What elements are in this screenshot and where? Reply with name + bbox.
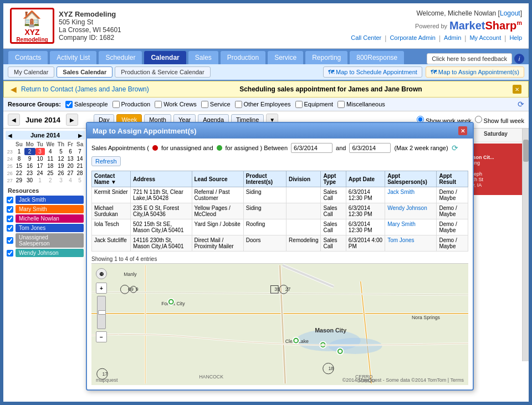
col-appt-date[interactable]: Appt Date [346,171,385,187]
scroll-thumb[interactable] [523,140,529,162]
col-salesperson[interactable]: Appt Salesperson(s) [385,171,437,187]
date-from-input[interactable] [291,143,332,153]
link-my-account[interactable]: My Account [469,34,501,42]
prev-month-button[interactable]: ◀ [8,114,20,126]
resource-production[interactable]: Production [112,101,151,108]
col-result[interactable]: Appt Result [437,171,468,187]
mini-cal-week-27: 27 29 30 1 2 3 4 5 [6,177,85,184]
resource-salespeople[interactable]: Salespeople [65,101,108,108]
today-day[interactable]: 3 [35,148,45,155]
refresh-icon[interactable]: ⟳ [518,100,524,109]
mini-cal-next[interactable]: ▶ [78,132,83,139]
info-icon[interactable]: i [514,54,524,64]
col-address[interactable]: Address [131,171,192,187]
refresh-button[interactable]: Refresh [91,156,121,166]
cell-result-0: Demo / Maybe [437,187,468,203]
cell-person-2: Mary Smith [385,219,437,235]
sub-tab-production-service[interactable]: Production & Service Calendar [115,66,210,78]
mini-cal-week-25: 25 15 16 17 18 19 20 21 [6,162,85,170]
cell-lead-0: Referral / Past Customer [192,187,243,203]
salesperson-link-1[interactable]: Wendy Johnson [387,205,427,211]
cell-result-1: Demo / Maybe [437,203,468,219]
sidebar: ◀ June 2014 ▶ Su Mo Tu We Th Fr [3,129,88,361]
resource-work-crews[interactable]: Work Crews [155,101,197,108]
legend-unassigned-icon [152,145,158,151]
resource-groups-label: Resource Groups: [8,101,61,107]
nav-reporting[interactable]: Reporting [305,50,348,64]
refresh-icon: ⟳ [452,143,458,152]
col-contact-name[interactable]: Contact Name ▼ [92,171,131,187]
table-row: Jack Sutcliffe 14116 230th St, Mason Cit… [92,235,468,252]
link-admin[interactable]: Admin [444,34,461,42]
date-to-input[interactable] [349,143,391,153]
banner-close-button[interactable]: ✕ [513,85,521,94]
resource-wendy-johnson: Wendy Johnson [6,248,85,258]
resource-name-michelle-nowlan: Michelle Nowlan [16,214,84,223]
resource-jack-smith: Jack Smith [6,195,85,204]
sub-tab-sales-calendar[interactable]: Sales Calendar [57,66,112,78]
svg-text:18: 18 [328,366,334,371]
salesperson-link-2[interactable]: Mary Smith [387,221,416,227]
selected-day[interactable]: 2 [24,148,35,155]
day-we: We [45,141,57,148]
show-full-week-label[interactable]: Show full week [475,116,524,124]
nav-production[interactable]: Production [220,50,266,64]
sub-tab-my-calendar[interactable]: My Calendar [8,66,54,78]
col-division[interactable]: Division [287,171,321,187]
link-call-center[interactable]: Call Center [351,34,381,42]
salesperson-link-3[interactable]: Tom Jones [387,237,414,243]
cell-type-0: Sales Call [321,187,346,203]
map-nav-icon: ⊕ [96,268,107,279]
banner-arrow-icon: ◀ [11,85,17,94]
col-lead-source[interactable]: Lead Source [192,171,243,187]
nav-calendar[interactable]: Calendar [144,50,186,64]
map-icon: 🗺 [328,69,334,75]
appointments-table: Contact Name ▼ Address Lead Source Produ… [91,171,468,252]
nav-scheduler[interactable]: Scheduler [98,50,142,64]
cell-contact-3: Jack Sutcliffe [92,235,131,252]
cell-contact-1: Michael Surdukan [92,203,131,219]
zoom-out-button[interactable]: − [96,331,107,342]
logo-subtitle: Remodeling [16,37,48,43]
link-help[interactable]: Help [509,34,522,42]
nav-sales[interactable]: Sales [188,50,219,64]
cell-address-2: 502 15th St SE, Mason City,IA 50401 [131,219,192,235]
cell-date-3: 6/3/2014 4:00 PM [346,235,385,252]
col-appt-type[interactable]: Appt Type [321,171,346,187]
banner: ◀ Return to Contact (James and Jane Brow… [3,81,529,98]
col-product[interactable]: Product Interest(s) [243,171,286,187]
mini-cal-prev[interactable]: ◀ [8,132,12,139]
zoom-slider[interactable] [97,296,106,329]
zoom-handle[interactable] [98,310,106,315]
banner-return-link[interactable]: Return to Contact (James and Jane Brown) [21,85,149,93]
resource-miscellaneous[interactable]: Miscellaneous [337,101,385,108]
map-schedule-btn[interactable]: 🗺 Map to Schedule Appointment [323,66,422,78]
day-su: Su [14,141,24,148]
nav-contacts[interactable]: Contacts [8,50,48,64]
cell-division-2 [287,219,321,235]
logout-link[interactable]: Logout [500,9,520,17]
resource-service[interactable]: Service [201,101,231,108]
cell-date-2: 6/3/2014 12:30 PM [346,219,385,235]
map-assign-btn[interactable]: 🗺 Map to Assign Appointment(s) [426,66,524,78]
zoom-in-button[interactable]: + [96,283,107,294]
resource-equipment[interactable]: Equipment [295,101,334,108]
marketsharp-logo: MarketSharpm [449,19,522,32]
resource-other-employees[interactable]: Other Employees [235,101,291,108]
cell-type-3: Sales Call [321,235,346,252]
map-controls: ⊕ + − [96,268,107,342]
feedback-button[interactable]: Click here to send feedback [427,53,512,64]
salesperson-link-0[interactable]: Jack Smith [387,189,415,195]
map-area: 69 9 35 27 Mason City Nora Springs Manly… [91,263,468,385]
nav-service[interactable]: Service [267,50,304,64]
mini-cal-week-23: 23 1 2 3 4 5 6 7 [6,148,85,155]
logo-xyz: XYZ [16,28,48,37]
nav-800response[interactable]: 800Response [349,50,405,64]
scrollbar[interactable] [522,129,529,361]
mini-cal-grid: Su Mo Tu We Th Fr Sa 23 1 [6,141,85,184]
link-corporate-admin[interactable]: Corporate Admin [390,34,436,42]
next-month-button[interactable]: ▶ [66,114,78,126]
modal-close-button[interactable]: ✕ [458,126,467,135]
nav-activity-list[interactable]: Activity List [49,50,97,64]
company-address2: La Crosse, WI 54601 [59,26,121,34]
